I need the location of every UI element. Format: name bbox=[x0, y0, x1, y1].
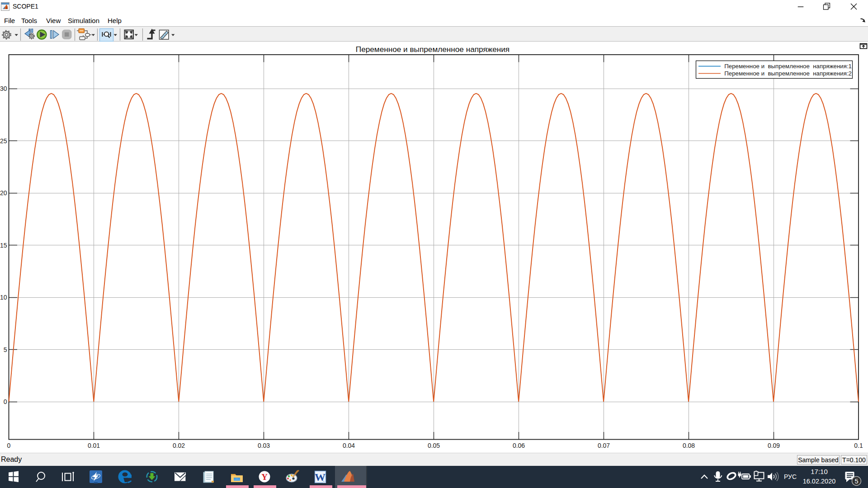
svg-text:10: 10 bbox=[0, 294, 7, 301]
svg-text:0.08: 0.08 bbox=[683, 442, 695, 449]
svg-text:0.07: 0.07 bbox=[598, 442, 610, 449]
svg-text:0.1: 0.1 bbox=[854, 442, 863, 449]
svg-text:Переменное и выпремленное на: Переменное и выпремленное напряжения:1 bbox=[724, 63, 852, 70]
svg-text:25: 25 bbox=[0, 137, 7, 145]
svg-text:20: 20 bbox=[0, 189, 7, 197]
svg-text:W: W bbox=[315, 471, 326, 483]
svg-text:5: 5 bbox=[854, 478, 858, 485]
svg-text:30: 30 bbox=[0, 85, 7, 92]
svg-text:0: 0 bbox=[4, 398, 7, 405]
svg-text:Y: Y bbox=[261, 472, 268, 482]
svg-text:Переменное и выпремленное напр: Переменное и выпремленное напряжения bbox=[356, 45, 509, 54]
svg-text:0.04: 0.04 bbox=[343, 442, 355, 449]
svg-text:0: 0 bbox=[7, 442, 11, 449]
svg-text:0.01: 0.01 bbox=[88, 442, 100, 449]
svg-text:17:10: 17:10 bbox=[811, 468, 828, 475]
svg-text:16.02.2020: 16.02.2020 bbox=[803, 478, 836, 485]
svg-text:РУС: РУС bbox=[784, 473, 797, 480]
svg-text:0.05: 0.05 bbox=[428, 442, 440, 449]
svg-text:15: 15 bbox=[0, 242, 7, 249]
svg-text:0.02: 0.02 bbox=[173, 442, 185, 449]
svg-text:0.06: 0.06 bbox=[513, 442, 525, 449]
svg-text:5: 5 bbox=[4, 346, 7, 353]
svg-text:0.09: 0.09 bbox=[768, 442, 780, 449]
svg-text:0.03: 0.03 bbox=[258, 442, 270, 449]
svg-text:Переменное и выпремленное на: Переменное и выпремленное напряжения:2 bbox=[724, 70, 852, 77]
